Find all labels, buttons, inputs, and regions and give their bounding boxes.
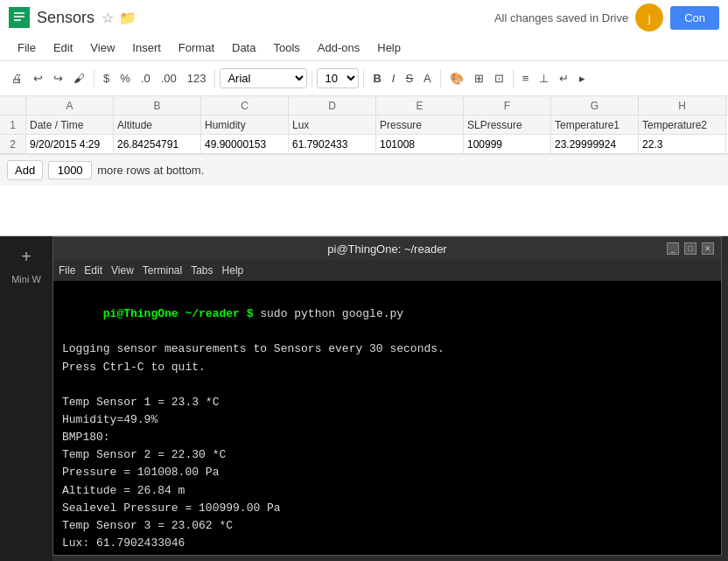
currency-button[interactable]: $ [99,69,114,88]
col-header-f[interactable]: F [464,96,551,115]
col-header-h[interactable]: H [639,96,726,115]
row-num-2: 2 [0,135,26,153]
strikethrough-button[interactable]: S [401,69,417,88]
saved-status: All changes saved in Drive [494,11,628,25]
menu-bar: File Edit View Insert Format Data Tools … [0,35,728,61]
cell-d2[interactable]: 61.7902433 [289,135,376,153]
menu-insert[interactable]: Insert [123,38,170,58]
column-headers: A B C D E F G H [0,96,728,116]
toolbar: 🖨 ↩ ↪ 🖌 $ % .0 .00 123 Arial 10 B I S A … [0,61,728,96]
print-button[interactable]: 🖨 [7,69,27,88]
decrease-decimal-button[interactable]: .0 [136,69,155,88]
title-bar: Sensors ☆ 📁 All changes saved in Drive j… [0,0,728,35]
bold-button[interactable]: B [368,69,385,88]
col-header-a[interactable]: A [26,96,114,115]
cell-c2[interactable]: 49.90000153 [201,135,289,153]
menu-edit[interactable]: Edit [45,38,81,58]
spreadsheet: A B C D E F G H 1 Date / Time Altitude H… [0,96,728,186]
align-left-button[interactable]: ≡ [518,69,534,88]
table-row: 2 9/20/2015 4:29 26.84254791 49.90000153… [0,135,728,154]
rows-input[interactable] [48,161,92,179]
undo-button[interactable]: ↩ [29,69,47,88]
divider-5 [440,70,441,88]
col-header-d[interactable]: D [289,96,376,115]
redo-button[interactable]: ↪ [49,69,67,88]
divider-6 [513,70,514,88]
svg-rect-3 [14,19,21,21]
cell-h2[interactable]: 22.3 [639,135,726,153]
divider-2 [214,70,215,88]
bottom-bar: Add more rows at bottom. [0,154,728,186]
table-row: 1 Date / Time Altitude Humidity Lux Pres… [0,116,728,135]
font-name-select[interactable]: Arial [220,68,307,88]
cell-b2[interactable]: 26.84254791 [114,135,201,153]
title-right: All changes saved in Drive j Con [494,4,719,32]
font-size-select[interactable]: 10 [317,68,359,88]
text-wrap-button[interactable]: ↵ [555,69,573,88]
menu-data[interactable]: Data [223,38,264,58]
col-header-e[interactable]: E [376,96,464,115]
user-avatar[interactable]: j [635,4,663,32]
borders-button[interactable]: ⊞ [470,69,488,88]
col-header-c[interactable]: C [201,96,289,115]
star-icon[interactable]: ☆ [102,10,114,26]
paint-format-button[interactable]: 🖌 [69,69,89,88]
cell-g2[interactable]: 23.29999924 [551,135,639,153]
divider-4 [363,70,364,88]
text-color-button[interactable]: A [419,69,436,88]
italic-button[interactable]: I [388,69,400,88]
cell-e2[interactable]: 101008 [376,135,464,153]
folder-icon[interactable]: 📁 [119,10,136,26]
menu-tools[interactable]: Tools [264,38,308,58]
cell-a2[interactable]: 9/20/2015 4:29 [26,135,114,153]
cell-e1[interactable]: Pressure [376,116,464,134]
format-123-button[interactable]: 123 [183,69,211,88]
increase-decimal-button[interactable]: .00 [157,69,181,88]
cell-f2[interactable]: 100999 [464,135,551,153]
cell-b1[interactable]: Altitude [114,116,201,134]
valign-button[interactable]: ⊥ [535,69,553,88]
cell-c1[interactable]: Humidity [201,116,289,134]
share-button[interactable]: Con [670,6,719,30]
more-button[interactable]: ▸ [575,69,590,88]
cell-a1[interactable]: Date / Time [26,116,114,134]
menu-help[interactable]: Help [368,38,410,58]
user-initial: j [648,11,651,25]
menu-view[interactable]: View [81,38,123,58]
cell-g1[interactable]: Temperature1 [551,116,639,134]
more-rows-text: more rows at bottom. [97,164,204,177]
percent-button[interactable]: % [116,69,135,88]
fill-color-button[interactable]: 🎨 [445,69,468,88]
add-button[interactable]: Add [7,160,43,180]
menu-format[interactable]: Format [170,38,223,58]
row-num-1: 1 [0,116,26,134]
cell-f1[interactable]: SLPressure [464,116,551,134]
sheets-icon [9,7,30,28]
merge-button[interactable]: ⊡ [490,69,508,88]
cell-d1[interactable]: Lux [289,116,376,134]
divider-1 [94,70,94,88]
svg-rect-2 [14,16,24,18]
row-num-header [0,96,26,115]
document-title: Sensors [37,9,94,27]
menu-addons[interactable]: Add-ons [309,38,368,58]
cell-h1[interactable]: Temperature2 [639,116,726,134]
menu-file[interactable]: File [9,38,45,58]
divider-3 [312,70,312,88]
col-header-b[interactable]: B [114,96,201,115]
svg-rect-1 [14,12,24,14]
col-header-g[interactable]: G [551,96,639,115]
